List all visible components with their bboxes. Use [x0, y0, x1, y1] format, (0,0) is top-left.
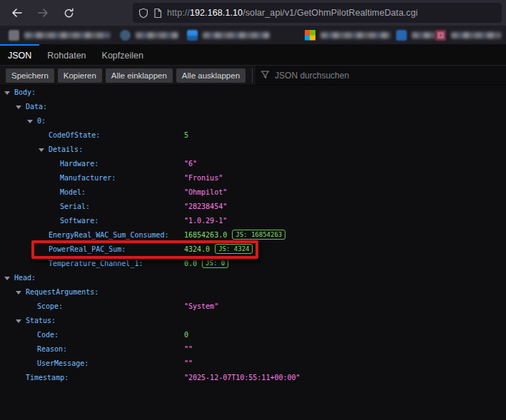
collapse-all-button[interactable]: Alle einklappen [106, 68, 173, 83]
back-button[interactable] [8, 4, 26, 22]
json-value: 4324.0JS: 4324 [184, 242, 253, 257]
json-key: Timestamp: [26, 371, 69, 385]
json-row: Scope:"System" [0, 299, 506, 314]
json-row: Status: [0, 314, 506, 328]
json-row: Timestamp:"2025-12-07T10:55:11+00:00" [0, 371, 506, 385]
microsoft-favicon-icon [305, 30, 315, 41]
bookmark-item[interactable] [435, 29, 501, 41]
json-row: Model:"Ohmpilot" [0, 185, 506, 200]
page-icon[interactable] [153, 8, 162, 19]
bookmark-item[interactable] [396, 29, 436, 41]
json-key: Head: [14, 271, 36, 285]
expand-twisty-icon[interactable] [16, 291, 21, 294]
json-value: "6" [184, 157, 197, 171]
bookmarks-bar [0, 26, 506, 44]
json-key: UserMessage: [37, 357, 88, 371]
bookmark-label-blurred [203, 32, 270, 39]
json-viewer-tabs: JSON Rohdaten Kopfzeilen [0, 44, 506, 66]
json-key: Hardware: [60, 157, 98, 171]
url-host: 192.168.1.10 [190, 8, 243, 18]
json-value: "" [184, 342, 193, 357]
js-number-badge: JS: 4324 [215, 244, 253, 254]
toolbar-separator [252, 68, 253, 83]
json-row: Data: [0, 100, 506, 114]
bookmark-item[interactable] [305, 29, 390, 41]
forward-button[interactable] [34, 4, 52, 22]
expand-all-button[interactable]: Alle ausklappen [176, 68, 246, 83]
expand-twisty-icon[interactable] [39, 148, 44, 152]
json-row: 0: [0, 114, 506, 128]
tab-json[interactable]: JSON [0, 44, 39, 65]
json-value: "1.0.29-1" [184, 214, 227, 228]
bookmark-label-blurred [24, 32, 110, 39]
expand-twisty-icon[interactable] [4, 91, 10, 95]
forward-arrow-icon [37, 8, 49, 18]
expand-twisty-icon[interactable] [16, 106, 21, 109]
json-value: 5 [184, 128, 188, 143]
json-key: Reason: [37, 342, 67, 357]
json-value: "" [184, 357, 193, 371]
json-value: "Ohmpilot" [184, 185, 227, 200]
bookmark-item[interactable] [9, 29, 110, 41]
json-row: UserMessage:"" [0, 357, 506, 371]
json-row: Details: [0, 143, 506, 157]
reload-icon [64, 8, 74, 19]
json-key: Serial: [60, 200, 90, 214]
bookmark-label-blurred [412, 32, 436, 39]
json-row: PowerReal_PAC_Sum:4324.0JS: 4324 [0, 242, 506, 257]
json-row: CodeOfState:5 [0, 128, 506, 143]
steel-blue-favicon-icon [120, 30, 131, 41]
reload-button[interactable] [59, 4, 78, 22]
json-row: Serial:"28238454" [0, 200, 506, 214]
json-key: Data: [26, 100, 47, 114]
json-key: Code: [37, 328, 59, 342]
json-key: EnergyReal_WAC_Sum_Consumed: [49, 228, 169, 242]
gray-favicon-icon [9, 30, 19, 41]
json-key: Manufacturer: [60, 171, 116, 185]
bookmark-item[interactable] [187, 29, 270, 41]
blue-favicon-icon [396, 30, 407, 41]
json-key: Software: [60, 214, 98, 228]
json-key: PowerReal_PAC_Sum: [49, 242, 126, 257]
url-protocol: http:// [167, 8, 190, 18]
json-key: Model: [60, 185, 86, 200]
json-row: EnergyReal_WAC_Sum_Consumed:16854263.0JS… [0, 228, 506, 242]
bookmark-label-blurred [451, 32, 501, 39]
json-key: Status: [26, 314, 56, 328]
json-value: 16854263.0JS: 16854263 [184, 228, 285, 242]
url-bar[interactable]: http://192.168.1.10/solar_api/v1/GetOhmP… [133, 3, 502, 23]
json-value: "28238454" [184, 200, 227, 214]
expand-twisty-icon[interactable] [27, 120, 33, 123]
expand-twisty-icon[interactable] [4, 277, 10, 280]
json-key: Body: [14, 86, 36, 100]
json-key: CodeOfState: [49, 128, 100, 143]
filter-funnel-icon [260, 69, 275, 82]
copy-button[interactable]: Kopieren [58, 68, 102, 83]
bookmark-item[interactable] [120, 29, 178, 41]
expand-twisty-icon[interactable] [16, 319, 21, 323]
js-number-badge: JS: 16854263 [232, 230, 285, 240]
tab-kopfzeilen[interactable]: Kopfzeilen [94, 44, 151, 65]
json-value: 0 [184, 328, 188, 342]
json-value: "2025-12-07T10:55:11+00:00" [184, 371, 300, 385]
tab-rohdaten[interactable]: Rohdaten [39, 44, 93, 65]
json-key: 0: [37, 114, 46, 128]
json-row: Head: [0, 271, 506, 285]
azure-favicon-icon [187, 30, 198, 41]
save-button[interactable]: Speichern [6, 68, 54, 83]
bookmark-label-blurred [320, 32, 390, 39]
json-row: Temperature_Channel_1:0.0JS: 0 [0, 257, 506, 271]
json-search-box[interactable] [255, 66, 506, 85]
json-tree: Body:Data:0:CodeOfState:5Details:Hardwar… [0, 86, 506, 420]
shield-icon[interactable] [138, 8, 148, 19]
bookmark-label-blurred [136, 32, 178, 39]
back-arrow-icon [11, 8, 23, 18]
json-key: RequestArguments: [26, 285, 98, 299]
json-search-input[interactable] [275, 71, 501, 81]
json-key: Details: [49, 143, 83, 157]
browser-toolbar: http://192.168.1.10/solar_api/v1/GetOhmP… [0, 0, 506, 26]
json-key: Scope: [37, 299, 63, 314]
url-path: /solar_api/v1/GetOhmPilotRealtimeData.cg… [243, 8, 418, 18]
js-number-badge: JS: 0 [202, 258, 228, 268]
json-viewer-toolbar: Speichern Kopieren Alle einklappen Alle … [0, 66, 506, 86]
